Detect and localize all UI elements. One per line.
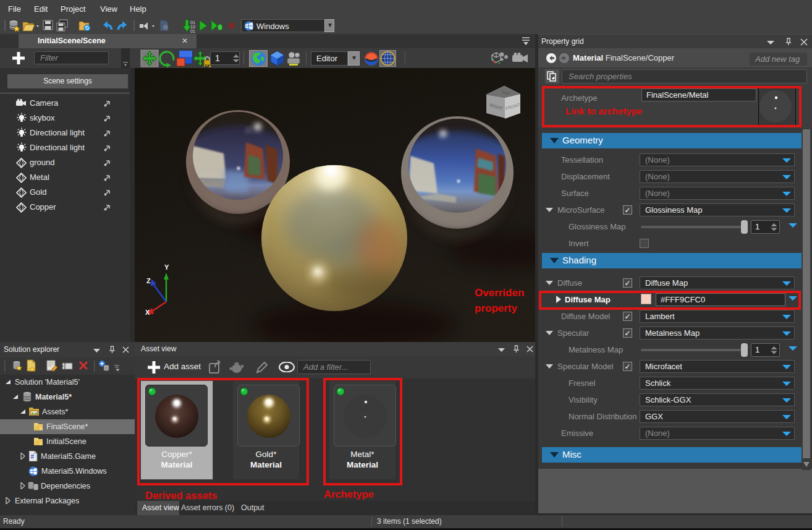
svg-text:10: 10 <box>190 25 195 29</box>
svg-text:#: # <box>31 453 35 460</box>
svg-text:01: 01 <box>190 20 195 25</box>
svg-text:01: 01 <box>190 29 195 33</box>
